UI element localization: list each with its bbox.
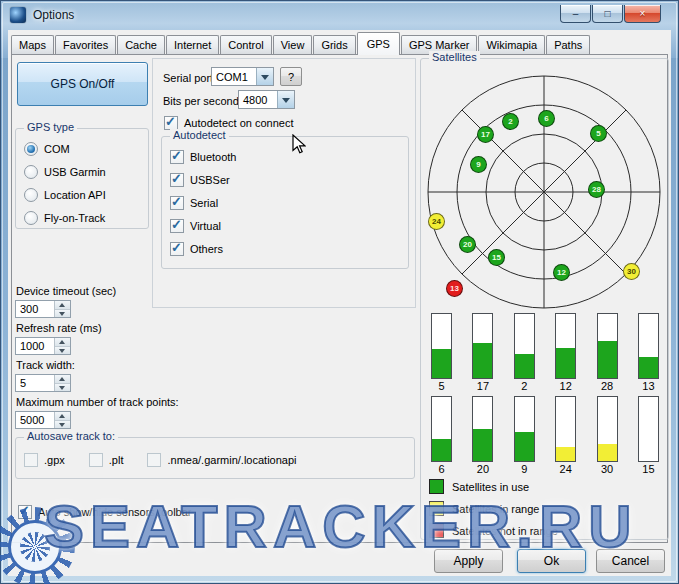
spin-up-icon[interactable]	[55, 301, 70, 310]
option-label: Location API	[44, 189, 106, 201]
chevron-down-icon[interactable]	[256, 68, 273, 85]
sensors-toolbar-checkbox[interactable]: Auto show/hide sensors toolbar	[18, 500, 191, 523]
bar-label: 20	[472, 463, 493, 475]
bar	[638, 313, 659, 379]
checkbox-others[interactable]: Others	[170, 237, 404, 260]
satellite-polar-dots: 17265928242015123013	[426, 65, 664, 315]
minimize-button[interactable]: –	[560, 5, 591, 23]
spin-up-icon[interactable]	[55, 338, 70, 347]
tab-maps[interactable]: Maps	[11, 35, 54, 54]
tab-control[interactable]: Control	[220, 35, 271, 54]
tab-paths[interactable]: Paths	[546, 35, 590, 54]
signal-bar-20: 20	[472, 396, 493, 475]
apply-button[interactable]: Apply	[434, 549, 503, 573]
radio-com[interactable]: COM	[24, 137, 144, 160]
checkbox-virtual[interactable]: Virtual	[170, 214, 404, 237]
satellite-legend: Satellites in useSatellites in rangeSate…	[429, 479, 558, 545]
radio-button[interactable]	[24, 165, 38, 179]
spin-up-icon[interactable]	[55, 412, 70, 421]
signal-bar-30: 30	[597, 396, 618, 475]
checkbox-nmea-garmin-locationapi[interactable]: .nmea/.garmin/.locationapi	[147, 448, 296, 471]
bar	[472, 313, 493, 379]
radio-button[interactable]	[24, 211, 38, 225]
checkbox-box[interactable]	[18, 505, 32, 519]
checkbox-box[interactable]	[147, 453, 161, 467]
radio-fly-on-track[interactable]: Fly-on-Track	[24, 206, 144, 229]
tab-gps[interactable]: GPS	[357, 32, 400, 55]
ok-button[interactable]: Ok	[517, 549, 586, 573]
checkbox-box[interactable]	[170, 150, 184, 164]
spin-up-icon[interactable]	[55, 375, 70, 384]
radio-button[interactable]	[24, 142, 38, 156]
maximize-icon: □	[604, 9, 610, 19]
app-icon	[10, 7, 26, 23]
bar-fill	[473, 343, 492, 378]
legend-color-swatch	[429, 501, 444, 516]
satellite-30: 30	[623, 263, 640, 280]
bits-per-second-label: Bits per second	[163, 95, 239, 107]
device-timeout-spinner[interactable]: 300	[15, 300, 71, 318]
spin-down-icon[interactable]	[55, 384, 70, 392]
option-label: .plt	[109, 454, 124, 466]
track-width-spinner[interactable]: 5	[15, 374, 71, 392]
tab-view[interactable]: View	[273, 35, 313, 54]
tab-favorites[interactable]: Favorites	[55, 35, 116, 54]
bar	[514, 313, 535, 379]
tab-grids[interactable]: Grids	[313, 35, 355, 54]
checkbox-box[interactable]	[170, 196, 184, 210]
cancel-button[interactable]: Cancel	[596, 549, 665, 573]
bar-label: 24	[555, 463, 576, 475]
legend-label: Satellites in use	[452, 481, 529, 493]
serial-port-combo[interactable]: COM1	[211, 67, 274, 86]
satellite-12: 12	[553, 264, 570, 281]
bar-label: 6	[431, 463, 452, 475]
window-controls: – □ ×	[559, 5, 661, 23]
max-track-points-value[interactable]: 5000	[16, 412, 54, 428]
checkbox-plt[interactable]: .plt	[89, 448, 124, 471]
device-timeout-value[interactable]: 300	[16, 301, 54, 317]
device-timeout-label: Device timeout (sec)	[16, 285, 116, 297]
options-window: Options – □ × MapsFavoritesCacheInternet…	[0, 0, 679, 584]
maximize-button[interactable]: □	[592, 5, 623, 23]
tab-wikimapia[interactable]: Wikimapia	[478, 35, 545, 54]
track-width-value[interactable]: 5	[16, 375, 54, 391]
checkbox-box[interactable]	[24, 453, 38, 467]
bar-label: 2	[514, 380, 535, 392]
close-button[interactable]: ×	[624, 5, 661, 23]
max-track-points-spinner[interactable]: 5000	[15, 411, 71, 429]
bits-per-second-combo[interactable]: 4800	[238, 90, 295, 109]
checkbox-bluetooth[interactable]: Bluetooth	[170, 145, 404, 168]
bar-fill	[556, 447, 575, 461]
radio-usb-garmin[interactable]: USB Garmin	[24, 160, 144, 183]
serial-port-value: COM1	[212, 68, 256, 85]
refresh-rate-spinner[interactable]: 1000	[15, 337, 71, 355]
tab-cache[interactable]: Cache	[117, 35, 165, 54]
legend-label: Satellites not in range	[452, 525, 558, 537]
max-track-points-label: Maximum number of track points:	[16, 396, 179, 408]
signal-bar-15: 15	[638, 396, 659, 475]
gps-onoff-button[interactable]: GPS On/Off	[17, 62, 148, 106]
checkbox-serial[interactable]: Serial	[170, 191, 404, 214]
checkbox-gpx[interactable]: .gpx	[24, 448, 65, 471]
checkbox-box[interactable]	[89, 453, 103, 467]
window-title: Options	[33, 8, 74, 22]
checkbox-box[interactable]	[164, 116, 178, 130]
spin-down-icon[interactable]	[55, 347, 70, 355]
gps-type-label: GPS type	[24, 121, 77, 133]
radio-button[interactable]	[24, 188, 38, 202]
checkbox-box[interactable]	[170, 173, 184, 187]
tab-internet[interactable]: Internet	[166, 35, 219, 54]
spin-down-icon[interactable]	[55, 310, 70, 318]
legend-color-swatch	[429, 479, 444, 494]
spin-down-icon[interactable]	[55, 421, 70, 429]
radio-location-api[interactable]: Location API	[24, 183, 144, 206]
serial-port-help-button[interactable]: ?	[280, 67, 302, 86]
satellite-20: 20	[459, 236, 476, 253]
checkbox-box[interactable]	[170, 219, 184, 233]
bar	[472, 396, 493, 462]
checkbox-box[interactable]	[170, 242, 184, 256]
chevron-down-icon[interactable]	[277, 91, 294, 108]
checkbox-usbser[interactable]: USBSer	[170, 168, 404, 191]
refresh-rate-value[interactable]: 1000	[16, 338, 54, 354]
option-label: Auto show/hide sensors toolbar	[38, 506, 191, 518]
